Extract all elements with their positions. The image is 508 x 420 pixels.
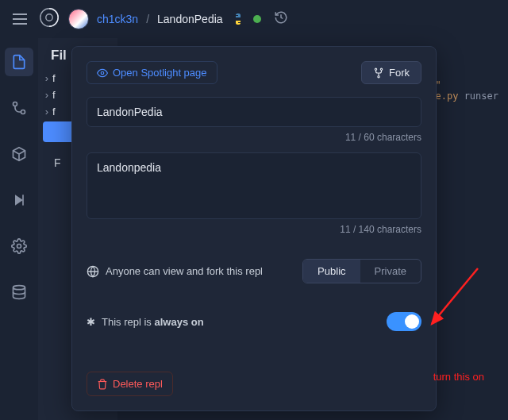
settings-tab[interactable] [5, 232, 33, 260]
repl-description-input[interactable] [87, 152, 421, 219]
delete-repl-button[interactable]: Delete repl [87, 372, 173, 396]
sparkle-icon: ✱ [87, 316, 95, 328]
svg-point-9 [380, 68, 382, 70]
breadcrumb-separator: / [146, 13, 149, 25]
public-option[interactable]: Public [303, 260, 360, 283]
files-tab[interactable] [5, 48, 33, 76]
svg-point-5 [17, 245, 21, 249]
delete-repl-label: Delete repl [113, 378, 163, 390]
replit-logo [38, 6, 60, 32]
private-option[interactable]: Private [360, 260, 421, 283]
svg-point-3 [21, 110, 25, 114]
svg-point-1 [46, 14, 52, 21]
python-icon [231, 12, 245, 26]
fork-icon [373, 67, 384, 79]
vcs-tab[interactable] [5, 94, 33, 122]
svg-point-6 [13, 286, 25, 290]
svg-point-7 [101, 71, 104, 75]
history-icon[interactable] [269, 10, 293, 28]
always-on-label: This repl is always on [102, 316, 204, 328]
globe-icon [87, 265, 99, 278]
fork-button[interactable]: Fork [361, 61, 421, 84]
eye-icon [97, 67, 108, 79]
breadcrumb-title[interactable]: LandonPedia [157, 13, 223, 25]
database-tab[interactable] [5, 278, 33, 306]
svg-point-2 [13, 102, 17, 106]
name-counter: 11 / 60 characters [87, 132, 421, 143]
avatar[interactable] [68, 9, 89, 29]
editor-preview: 3" ge.py runser [429, 79, 498, 102]
always-on-toggle[interactable] [387, 312, 421, 331]
open-spotlight-button[interactable]: Open Spotlight page [87, 61, 217, 84]
status-dot [253, 15, 261, 23]
repl-name-input[interactable] [87, 97, 421, 127]
menu-button[interactable] [10, 10, 30, 28]
repl-settings-modal: Open Spotlight page Fork 11 / 60 charact… [71, 46, 437, 411]
open-spotlight-label: Open Spotlight page [113, 67, 207, 79]
trash-icon [97, 379, 108, 390]
svg-point-10 [378, 75, 379, 77]
description-counter: 11 / 140 characters [87, 224, 421, 235]
svg-point-8 [375, 68, 376, 70]
packages-tab[interactable] [5, 140, 33, 168]
visibility-toggle: Public Private [302, 259, 421, 283]
debug-tab[interactable] [5, 186, 33, 214]
visibility-label: Anyone can view and fork this repl [106, 265, 263, 277]
svg-rect-4 [22, 195, 24, 205]
breadcrumb-user[interactable]: ch1ck3n [97, 13, 138, 25]
fork-label: Fork [389, 67, 410, 79]
